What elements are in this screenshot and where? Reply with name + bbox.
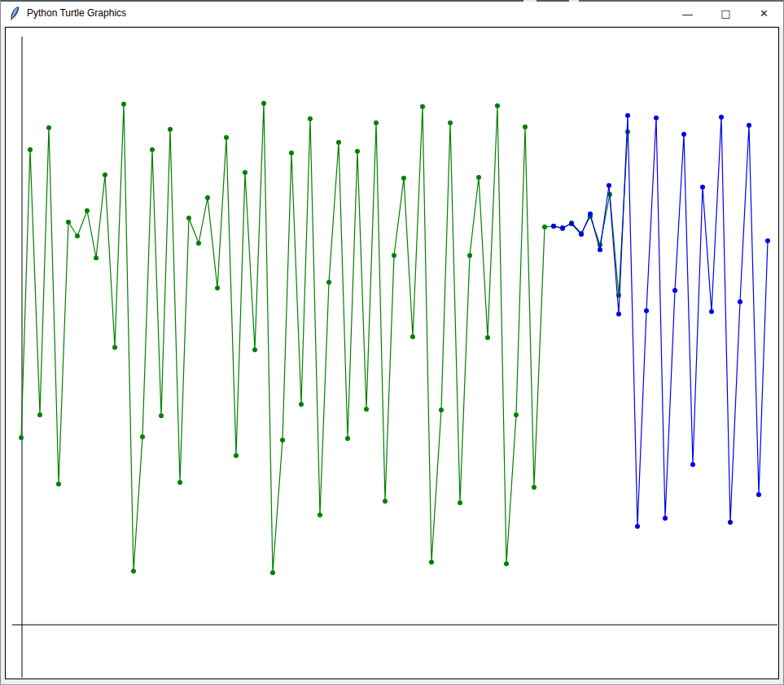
green-series-point — [420, 104, 425, 109]
green-series-point — [103, 172, 107, 177]
green-series-point — [131, 569, 136, 574]
blue-series-point — [616, 312, 621, 316]
green-series-point — [205, 195, 210, 200]
green-series-point — [504, 561, 509, 566]
green-series-point — [28, 147, 33, 152]
green-series-point — [336, 140, 341, 145]
green-series-point — [448, 120, 453, 125]
blue-series-point — [756, 492, 761, 497]
blue-series-point — [644, 308, 649, 313]
green-series-point — [94, 255, 99, 260]
blue-series-point — [709, 309, 714, 314]
maximize-button[interactable]: □ — [707, 2, 745, 25]
blue-series-point — [569, 221, 574, 226]
blue-series-point — [588, 212, 593, 216]
green-series-point — [140, 434, 145, 439]
close-icon: ✕ — [760, 7, 769, 20]
green-series-line — [21, 103, 628, 573]
blue-series-point — [579, 232, 584, 237]
green-series-point — [439, 408, 444, 412]
blue-series-point — [635, 524, 640, 529]
green-series-point — [355, 149, 360, 154]
maximize-icon: □ — [720, 7, 730, 20]
blue-series-point — [551, 224, 556, 229]
green-series-point — [177, 480, 182, 485]
python-turtle-graphics-window: Python Turtle Graphics — □ ✕ — [0, 0, 784, 685]
green-series-point — [186, 216, 191, 220]
green-series-point — [392, 253, 396, 258]
green-series-point — [514, 412, 519, 417]
green-series-point — [308, 116, 313, 121]
green-series-point — [19, 435, 24, 440]
blue-series-point — [672, 288, 677, 293]
blue-series-point — [690, 462, 695, 467]
green-series-point — [56, 482, 61, 486]
green-series-point — [542, 225, 547, 229]
window-titlebar: Python Turtle Graphics — □ ✕ — [1, 2, 783, 25]
green-series-point — [234, 453, 239, 458]
blue-series-point — [625, 113, 630, 118]
green-series-point — [280, 438, 285, 443]
blue-series-point — [654, 116, 659, 120]
green-series-point — [215, 286, 220, 290]
blue-series-point — [700, 185, 705, 190]
blue-series-point — [719, 115, 724, 120]
green-series-point — [318, 513, 322, 517]
green-series-point — [46, 125, 51, 130]
green-series-point — [401, 176, 406, 181]
close-button[interactable]: ✕ — [745, 2, 783, 25]
green-series-point — [112, 345, 117, 350]
green-series-point — [252, 347, 257, 352]
green-series-point — [485, 335, 490, 340]
blue-series-point — [765, 238, 770, 243]
green-series-point — [270, 570, 275, 575]
blue-series-point — [681, 132, 686, 137]
blue-series-point — [607, 183, 611, 188]
window-title: Python Turtle Graphics — [27, 2, 126, 25]
green-series-point — [196, 241, 201, 246]
minimize-icon: — — [682, 7, 694, 20]
green-series-point — [476, 175, 481, 180]
green-series-point — [243, 170, 247, 175]
minimize-button[interactable]: — — [668, 2, 707, 25]
green-series-point — [168, 127, 173, 132]
green-series-point — [75, 233, 80, 238]
green-series-point — [85, 208, 90, 213]
green-series-point — [159, 413, 164, 418]
green-series-point — [374, 120, 379, 125]
green-series-point — [495, 103, 500, 108]
green-series-point — [383, 499, 388, 504]
blue-series-point — [738, 299, 742, 304]
green-series-point — [523, 124, 528, 129]
green-series-point — [121, 102, 126, 107]
blue-series-point — [663, 516, 668, 521]
green-series-point — [429, 560, 434, 565]
turtle-drawing — [1, 25, 784, 685]
green-series-point — [150, 147, 155, 152]
green-series-point — [532, 485, 537, 490]
window-frame — [1, 25, 784, 685]
green-series-point — [458, 500, 462, 505]
green-series-point — [467, 253, 472, 258]
green-series-point — [289, 151, 294, 155]
blue-series-point — [728, 520, 733, 525]
green-series-point — [364, 407, 369, 412]
green-series-point — [299, 402, 304, 407]
green-series-point — [345, 436, 350, 441]
green-series-point — [410, 334, 415, 339]
green-series-point — [37, 412, 42, 417]
blue-series-point — [598, 247, 602, 252]
blue-series-line — [554, 116, 768, 526]
green-series-point — [261, 101, 266, 106]
blue-series-point — [560, 225, 565, 230]
green-series-point — [326, 280, 331, 285]
green-series-point — [224, 135, 229, 140]
green-series-point — [66, 220, 71, 225]
blue-series-point — [747, 123, 751, 128]
tk-feather-icon — [8, 7, 21, 20]
